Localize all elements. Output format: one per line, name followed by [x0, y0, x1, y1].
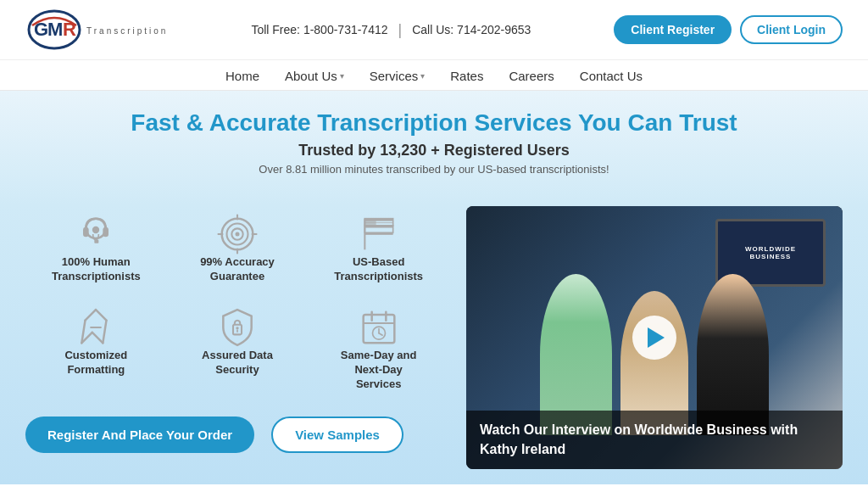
logo-area: G M R Transcription — [25, 8, 168, 51]
shield-icon — [216, 306, 259, 349]
svg-text:G: G — [34, 19, 48, 40]
hero-section: Fast & Accurate Transcription Services Y… — [0, 91, 868, 206]
header-divider: | — [398, 21, 403, 39]
svg-rect-6 — [103, 227, 109, 238]
client-register-button[interactable]: Client Register — [614, 15, 732, 44]
calendar-icon — [358, 306, 400, 349]
feature-sameday: Same-Day andNext-DayServices — [308, 299, 449, 399]
nav-label-about: About Us — [285, 69, 337, 83]
svg-point-12 — [235, 232, 239, 237]
play-button[interactable] — [632, 316, 676, 360]
format-icon — [75, 306, 117, 349]
video-area: WORLDWIDEBUSINESS Watch Our Interview on… — [466, 206, 843, 469]
nav-item-careers[interactable]: Careers — [509, 69, 554, 83]
video-caption: Watch Our Interview on Worldwide Busines… — [466, 411, 843, 469]
nav-item-contact[interactable]: Contact Us — [580, 69, 643, 83]
feature-security: Assured DataSecurity — [167, 299, 309, 399]
video-caption-text: Watch Our Interview on Worldwide Busines… — [480, 422, 798, 456]
chevron-down-icon: ▾ — [420, 71, 425, 81]
nav-label-home: Home — [225, 69, 259, 83]
svg-text:R: R — [63, 19, 76, 40]
client-login-button[interactable]: Client Login — [740, 15, 843, 44]
toll-free-text: Toll Free: 1-800-731-7412 — [251, 23, 387, 36]
register-order-button[interactable]: Register And Place Your Order — [25, 417, 254, 453]
svg-rect-26 — [364, 232, 392, 235]
svg-point-35 — [236, 327, 238, 329]
feature-formatting: CustomizedFormatting — [25, 299, 167, 399]
hero-sub1: Trusted by 13,230 + Registered Users — [298, 142, 570, 159]
features-grid: 100% HumanTranscriptionists 99% Accuracy… — [25, 206, 449, 398]
headset-icon — [75, 213, 117, 255]
feature-formatting-label: CustomizedFormatting — [64, 349, 127, 377]
svg-line-27 — [86, 310, 97, 321]
hero-sub2: Over 8.81 million minutes transcribed by… — [259, 163, 609, 176]
feature-accuracy-label: 99% AccuracyGuarantee — [200, 255, 275, 284]
nav-label-services: Services — [370, 69, 419, 83]
svg-rect-5 — [83, 227, 89, 238]
feature-us-based: US-BasedTranscriptionists — [308, 206, 449, 291]
svg-line-30 — [92, 333, 103, 344]
nav-item-home[interactable]: Home — [225, 69, 259, 83]
features-area: 100% HumanTranscriptionists 99% Accuracy… — [25, 206, 449, 469]
feature-human-label: 100% HumanTranscriptionists — [52, 255, 141, 284]
header-buttons: Client Register Client Login — [614, 15, 843, 44]
cta-buttons: Register And Place Your Order View Sampl… — [25, 417, 449, 453]
feature-sameday-label: Same-Day andNext-DayServices — [341, 349, 417, 392]
call-us-text: Call Us: 714-202-9653 — [412, 23, 531, 36]
feature-us-label: US-BasedTranscriptionists — [334, 255, 423, 284]
logo-sub-text: Transcription — [86, 26, 168, 36]
feature-security-label: Assured DataSecurity — [202, 349, 273, 377]
svg-line-43 — [379, 333, 382, 335]
nav-label-contact: Contact Us — [580, 69, 643, 83]
svg-line-28 — [96, 310, 107, 321]
nav-item-services[interactable]: Services ▾ — [370, 69, 426, 83]
nav-label-careers: Careers — [509, 69, 554, 83]
nav-item-rates[interactable]: Rates — [450, 69, 483, 83]
feature-human: 100% HumanTranscriptionists — [25, 206, 167, 291]
logo-text-block: Transcription — [86, 25, 168, 36]
video-placeholder: WORLDWIDEBUSINESS Watch Our Interview on… — [466, 206, 843, 469]
hero-headline: Fast & Accurate Transcription Services Y… — [131, 109, 737, 137]
nav-item-about[interactable]: About Us ▾ — [285, 69, 344, 83]
target-icon — [216, 213, 259, 255]
main-content: 100% HumanTranscriptionists 99% Accuracy… — [0, 206, 868, 484]
nav-bar: Home About Us ▾ Services ▾ Rates Careers… — [0, 60, 868, 91]
svg-rect-24 — [364, 219, 376, 227]
play-triangle-icon — [648, 327, 665, 348]
view-samples-button[interactable]: View Samples — [271, 417, 403, 453]
chevron-down-icon: ▾ — [340, 71, 344, 81]
flag-icon — [358, 213, 400, 255]
nav-label-rates: Rates — [450, 69, 483, 83]
svg-point-7 — [92, 226, 99, 233]
svg-text:M: M — [47, 19, 63, 40]
logo-icon: G M R — [25, 8, 83, 51]
svg-rect-8 — [95, 240, 99, 243]
svg-line-32 — [103, 320, 107, 343]
header-top: G M R Transcription Toll Free: 1-800-731… — [0, 0, 868, 60]
header-contact: Toll Free: 1-800-731-7412 | Call Us: 714… — [251, 21, 531, 39]
feature-accuracy: 99% AccuracyGuarantee — [167, 206, 309, 291]
